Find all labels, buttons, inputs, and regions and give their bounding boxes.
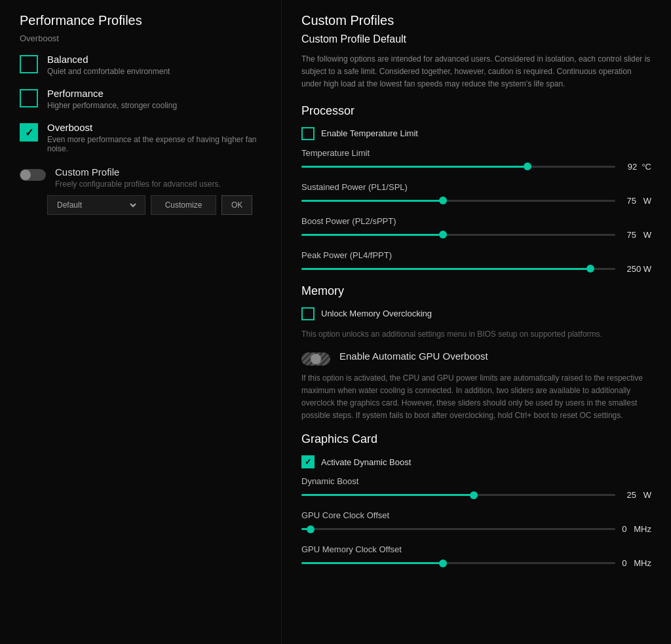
sustained-power-fill	[301, 200, 443, 202]
graphics-section-header: Graphics Card	[301, 432, 651, 446]
right-title: Custom Profiles	[301, 13, 651, 28]
memory-note: This option unlocks an additional settin…	[301, 328, 651, 340]
custom-profile-controls: Default Customize OK	[47, 195, 261, 215]
gpu-core-clock-track[interactable]	[301, 528, 615, 530]
gpu-memory-clock-slider-row: GPU Memory Clock Offset 0 MHz	[301, 544, 651, 568]
gpu-core-clock-label: GPU Core Clock Offset	[301, 510, 651, 520]
profile-dropdown[interactable]: Default	[47, 195, 145, 215]
gpu-core-clock-thumb[interactable]	[307, 525, 315, 533]
gpu-core-clock-slider-row: GPU Core Clock Offset 0 MHz	[301, 510, 651, 534]
dynamic-boost-slider-label: Dynamic Boost	[301, 476, 651, 486]
gpu-overboost-row: Enable Automatic GPU Overboost	[301, 350, 651, 366]
peak-power-slider-row: Peak Power (PL4/fPPT) 250 W	[301, 250, 651, 274]
peak-power-label: Peak Power (PL4/fPPT)	[301, 250, 651, 260]
memory-section-header: Memory	[301, 284, 651, 298]
temp-limit-fill	[301, 166, 527, 168]
boost-power-slider-row: Boost Power (PL2/sPPT) 75 W	[301, 216, 651, 240]
performance-desc: Higher performance, stronger cooling	[47, 101, 177, 110]
dynamic-boost-value: 25 W	[622, 490, 651, 500]
dynamic-boost-fill	[301, 494, 474, 496]
sustained-power-track[interactable]	[301, 200, 615, 202]
performance-checkbox[interactable]	[20, 89, 38, 107]
right-subtitle: Custom Profile Default	[301, 33, 651, 45]
dynamic-boost-checkbox[interactable]	[301, 455, 315, 468]
sustained-power-value: 75 W	[622, 196, 651, 206]
overboost-name: Overboost	[47, 122, 261, 133]
profile-select[interactable]: Default	[54, 200, 138, 210]
dynamic-boost-checkbox-row[interactable]: Activate Dynamic Boost	[301, 455, 651, 468]
gpu-overboost-toggle[interactable]	[301, 352, 330, 366]
custom-profile-row: Custom Profile Freely configurable profi…	[20, 166, 261, 189]
gpu-memory-clock-track[interactable]	[301, 562, 615, 564]
left-category: Overboost	[20, 33, 261, 43]
profile-overboost[interactable]: Overboost Even more performance at the e…	[20, 122, 261, 153]
temp-limit-slider-row: Temperature Limit 92 °C	[301, 148, 651, 172]
enable-temp-limit-label: Enable Temperature Limit	[321, 128, 418, 138]
right-panel: Custom Profiles Custom Profile Default T…	[282, 0, 671, 644]
peak-power-track[interactable]	[301, 268, 615, 270]
balanced-name: Balanced	[47, 54, 170, 65]
gpu-overboost-label: Enable Automatic GPU Overboost	[339, 350, 488, 362]
temp-limit-label: Temperature Limit	[301, 148, 651, 158]
toggle-knob	[20, 170, 31, 180]
temp-limit-thumb[interactable]	[524, 162, 531, 170]
gpu-core-clock-value: 0 MHz	[622, 524, 651, 534]
overboost-checkbox[interactable]	[20, 123, 38, 142]
temp-limit-value: 92 °C	[622, 162, 651, 172]
custom-profile-toggle[interactable]	[20, 169, 46, 181]
unlock-oc-label: Unlock Memory Overclocking	[321, 309, 432, 318]
dynamic-boost-label: Activate Dynamic Boost	[321, 457, 411, 467]
gpu-memory-clock-label: GPU Memory Clock Offset	[301, 544, 651, 554]
balanced-checkbox[interactable]	[20, 55, 38, 73]
enable-temp-limit-row[interactable]: Enable Temperature Limit	[301, 127, 651, 140]
unlock-oc-checkbox[interactable]	[301, 307, 315, 320]
temp-limit-track[interactable]	[301, 166, 615, 168]
overboost-desc: Even more performance at the expense of …	[47, 135, 261, 153]
gpu-overboost-desc: If this option is activated, the CPU and…	[301, 372, 651, 423]
performance-name: Performance	[47, 88, 177, 99]
gpu-memory-clock-fill	[301, 562, 443, 564]
custom-profile-desc: Freely configurable profiles for advance…	[55, 180, 221, 189]
profile-performance[interactable]: Performance Higher performance, stronger…	[20, 88, 261, 110]
sustained-power-slider-row: Sustained Power (PL1/SPL) 75 W	[301, 182, 651, 206]
boost-power-thumb[interactable]	[439, 231, 447, 238]
unlock-oc-row[interactable]: Unlock Memory Overclocking	[301, 307, 651, 320]
dynamic-boost-slider-row: Dynamic Boost 25 W	[301, 476, 651, 500]
boost-power-value: 75 W	[622, 230, 651, 240]
balanced-desc: Quiet and comfortable environment	[47, 67, 170, 76]
profile-balanced[interactable]: Balanced Quiet and comfortable environme…	[20, 54, 261, 76]
processor-section-header: Processor	[301, 104, 651, 118]
enable-temp-limit-checkbox[interactable]	[301, 127, 315, 140]
left-title: Performance Profiles	[20, 13, 261, 28]
dynamic-boost-track[interactable]	[301, 494, 615, 496]
boost-power-fill	[301, 234, 443, 236]
gpu-memory-clock-thumb[interactable]	[439, 559, 447, 567]
left-panel: Performance Profiles Overboost Balanced …	[0, 0, 282, 644]
info-text: The following options are intended for a…	[301, 53, 651, 91]
custom-profile-name: Custom Profile	[55, 166, 221, 178]
dynamic-boost-thumb[interactable]	[470, 491, 478, 499]
peak-power-thumb[interactable]	[586, 265, 594, 273]
boost-power-label: Boost Power (PL2/sPPT)	[301, 216, 651, 226]
customize-button[interactable]: Customize	[151, 195, 216, 215]
gpu-memory-clock-value: 0 MHz	[622, 558, 651, 568]
sustained-power-thumb[interactable]	[439, 197, 447, 204]
sustained-power-label: Sustained Power (PL1/SPL)	[301, 182, 651, 192]
peak-power-fill	[301, 268, 590, 270]
ok-button[interactable]: OK	[221, 195, 252, 215]
gpu-overboost-knob	[311, 354, 321, 364]
peak-power-value: 250 W	[622, 264, 651, 274]
boost-power-track[interactable]	[301, 234, 615, 236]
